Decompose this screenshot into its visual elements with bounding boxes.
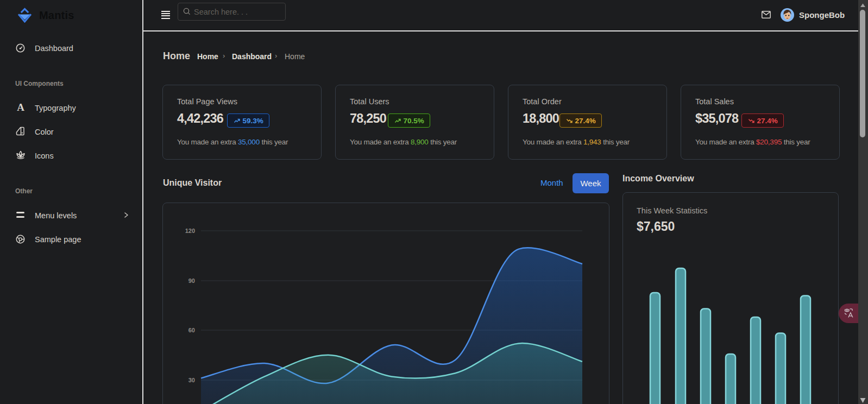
svg-text:30: 30 bbox=[188, 377, 195, 383]
svg-text:120: 120 bbox=[185, 228, 195, 234]
svg-text:90: 90 bbox=[188, 277, 195, 284]
svg-text:60: 60 bbox=[188, 327, 195, 333]
